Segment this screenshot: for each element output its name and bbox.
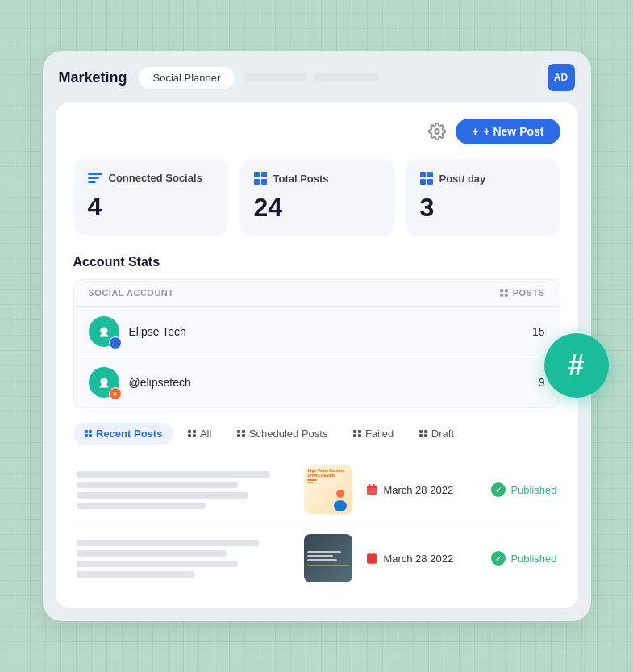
- header-account: SOCIAL ACCOUNT: [89, 288, 174, 298]
- tab-icon-draft: [419, 430, 427, 438]
- settings-button[interactable]: [428, 123, 446, 140]
- tab-draft[interactable]: Draft: [408, 423, 465, 445]
- post-count-2: 9: [539, 376, 545, 389]
- stat-label-row-2: Total Posts: [254, 172, 380, 185]
- svg-point-0: [435, 129, 439, 134]
- text-line: [77, 492, 249, 499]
- text-line: [77, 550, 227, 557]
- user-avatar[interactable]: AD: [548, 64, 575, 91]
- text-line: [77, 503, 206, 509]
- stats-row: Connected Socials 4 Total Posts 24: [73, 159, 560, 236]
- grid-icon-posts: [500, 289, 508, 297]
- connected-socials-value: 4: [88, 192, 214, 222]
- tab-icon-failed: [353, 430, 361, 438]
- account-info-1: i Elipse Tech: [89, 316, 186, 347]
- new-post-button[interactable]: + + New Post: [456, 119, 560, 144]
- stat-post-per-day: Post/ day 3: [406, 159, 560, 236]
- calendar-icon-2: [365, 552, 378, 565]
- account-stats-section: Account Stats SOCIAL ACCOUNT POSTS: [73, 255, 560, 408]
- hashtag-bubble: #: [544, 333, 609, 398]
- status-text-1: Published: [510, 484, 556, 496]
- stats-table: SOCIAL ACCOUNT POSTS: [73, 279, 560, 408]
- post-date-text-1: March 28 2022: [383, 484, 453, 496]
- post-status-1: ✓ Published: [491, 482, 556, 497]
- tab-all[interactable]: All: [177, 423, 223, 445]
- post-row: March 28 2022 ✓ Published: [73, 524, 560, 592]
- post-row: High Value ContentDrives Results: [73, 456, 560, 524]
- post-count-1: 15: [532, 325, 545, 338]
- check-icon-1: ✓: [491, 482, 506, 497]
- new-post-icon: +: [472, 125, 478, 138]
- grid-icon-2: [420, 172, 433, 185]
- card-topbar: + + New Post: [73, 119, 560, 144]
- tab-icon-recent: [85, 430, 93, 438]
- svg-rect-11: [367, 554, 377, 558]
- stat-total-posts: Total Posts 24: [239, 159, 394, 236]
- hashtag-symbol: #: [568, 349, 584, 382]
- tab-scheduled[interactable]: Scheduled Posts: [226, 423, 339, 445]
- header-posts-group: POSTS: [499, 288, 545, 298]
- check-icon-2: ✓: [491, 551, 506, 566]
- post-per-day-label: Post/ day: [439, 173, 486, 185]
- post-per-day-value: 3: [420, 193, 546, 223]
- tab-icon-all: [188, 430, 196, 438]
- account-info-2: ● @elipsetech: [89, 367, 191, 398]
- status-text-2: Published: [510, 553, 556, 565]
- svg-point-4: [334, 500, 347, 511]
- text-line: [77, 571, 195, 578]
- text-line: [77, 471, 270, 478]
- account-avatar-1: i: [89, 316, 119, 347]
- stats-table-header: SOCIAL ACCOUNT POSTS: [74, 280, 560, 307]
- new-post-label: + New Post: [483, 125, 543, 138]
- text-line: [77, 482, 238, 488]
- post-thumbnail-1: High Value ContentDrives Results: [304, 465, 352, 514]
- connected-socials-label: Connected Socials: [109, 172, 202, 184]
- post-date-2: March 28 2022: [365, 552, 478, 565]
- posts-tabs: Recent Posts All Scheduled Posts: [73, 423, 560, 445]
- tab-ghost-2: [315, 73, 380, 82]
- account-name-2: @elipsetech: [129, 376, 191, 389]
- outer-card: Marketing Social Planner AD + + New Post: [43, 51, 591, 621]
- tab-ghost-1: [243, 73, 307, 82]
- post-date-1: March 28 2022: [365, 483, 478, 496]
- grid-icon-1: [254, 172, 267, 185]
- post-thumbnail-2: [304, 534, 352, 582]
- avatar-badge-orange: ●: [109, 387, 122, 400]
- table-row: i Elipse Tech 15: [74, 307, 560, 357]
- thumb-content-2: [304, 548, 352, 570]
- total-posts-label: Total Posts: [273, 173, 329, 185]
- stat-label-row: Connected Socials: [88, 172, 214, 184]
- post-date-text-2: March 28 2022: [383, 553, 453, 565]
- thumb-content: High Value ContentDrives Results: [304, 465, 352, 514]
- main-card: + + New Post Connected Socials 4: [56, 102, 578, 608]
- total-posts-value: 24: [254, 193, 380, 223]
- tab-icon-scheduled: [237, 430, 245, 438]
- stat-label-row-3: Post/ day: [420, 172, 546, 185]
- tab-failed[interactable]: Failed: [342, 423, 405, 445]
- table-row: ● @elipsetech 9: [74, 357, 560, 407]
- layers-icon: [88, 173, 102, 183]
- page-title: Marketing: [59, 69, 127, 86]
- svg-point-3: [336, 490, 344, 498]
- avatar-badge-info: i: [109, 336, 122, 349]
- top-nav: Marketing Social Planner AD: [56, 64, 578, 91]
- post-text-preview-1: [77, 471, 292, 509]
- post-status-2: ✓ Published: [491, 551, 556, 566]
- calendar-icon: [365, 483, 378, 496]
- tab-social-planner[interactable]: Social Planner: [139, 67, 235, 89]
- account-avatar-2: ●: [89, 367, 119, 398]
- stat-connected-socials: Connected Socials 4: [73, 159, 228, 236]
- account-name-1: Elipse Tech: [129, 325, 186, 338]
- svg-rect-7: [367, 487, 377, 495]
- text-line: [77, 561, 238, 567]
- post-text-preview-2: [77, 540, 292, 578]
- recent-posts-section: Recent Posts All Scheduled Posts: [73, 423, 560, 592]
- account-stats-title: Account Stats: [73, 255, 560, 269]
- header-posts-label: POSTS: [513, 288, 545, 298]
- text-line: [77, 540, 260, 546]
- tab-recent-posts[interactable]: Recent Posts: [73, 423, 174, 445]
